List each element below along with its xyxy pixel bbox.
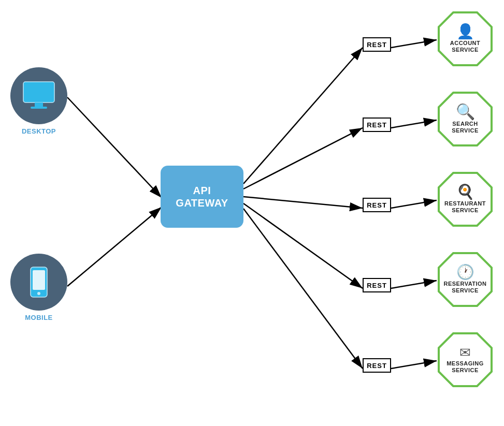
svg-line-1 [67, 97, 162, 198]
rest-restaurant-label: REST [367, 201, 387, 209]
svg-line-3 [243, 48, 363, 184]
rest-restaurant: REST [363, 198, 391, 212]
desktop-label: DESKTOP [22, 127, 56, 135]
rest-account-label: REST [367, 41, 387, 49]
mobile-circle [10, 254, 67, 311]
reservation-service: 🕐 RESERVATIONSERVICE [437, 251, 494, 308]
rest-search: REST [363, 117, 391, 132]
search-service-label: SEARCHSERVICE [452, 121, 479, 134]
svg-rect-15 [35, 102, 43, 107]
restaurant-icon: 🍳 [456, 185, 474, 199]
desktop-icon [21, 81, 56, 111]
architecture-diagram: DESKTOP MOBILE APIGATEWAY REST REST REST… [0, 0, 504, 426]
svg-rect-19 [33, 270, 45, 290]
desktop-circle [10, 67, 67, 124]
mobile-icon [30, 266, 48, 298]
messaging-service-label: MESSAGINGSERVICE [447, 360, 484, 374]
svg-line-9 [391, 120, 437, 128]
svg-line-7 [243, 209, 363, 369]
svg-rect-13 [23, 82, 54, 102]
svg-point-20 [37, 292, 40, 295]
api-gateway: APIGATEWAY [161, 166, 243, 228]
account-icon: 👤 [456, 24, 474, 39]
messaging-service: ✉ MESSAGINGSERVICE [437, 331, 494, 388]
mobile-client: MOBILE [10, 254, 67, 321]
account-service: 👤 ACCOUNTSERVICE [437, 10, 494, 67]
rest-account: REST [363, 37, 391, 52]
mobile-label: MOBILE [25, 314, 53, 321]
rest-search-label: REST [367, 121, 387, 129]
search-icon: 🔍 [456, 104, 475, 120]
envelope-icon: ✉ [459, 346, 471, 359]
rest-messaging-label: REST [367, 362, 387, 370]
svg-line-5 [243, 197, 363, 208]
svg-line-11 [391, 281, 437, 288]
svg-rect-16 [31, 107, 47, 109]
rest-messaging: REST [363, 358, 391, 373]
gateway-label: APIGATEWAY [176, 184, 228, 209]
search-service: 🔍 SEARCHSERVICE [437, 91, 494, 148]
restaurant-service: 🍳 RESTAURANTSERVICE [437, 171, 494, 228]
svg-line-8 [391, 40, 437, 48]
account-service-label: ACCOUNTSERVICE [450, 40, 481, 53]
rest-reservation-label: REST [367, 282, 387, 289]
svg-line-10 [391, 200, 437, 208]
clock-icon: 🕐 [456, 265, 474, 280]
rest-reservation: REST [363, 278, 391, 292]
svg-line-2 [67, 207, 162, 286]
svg-line-6 [243, 203, 363, 288]
svg-line-12 [391, 361, 437, 369]
desktop-client: DESKTOP [10, 67, 67, 135]
connection-lines [0, 0, 504, 426]
svg-line-4 [243, 128, 363, 189]
reservation-service-label: RESERVATIONSERVICE [443, 281, 486, 294]
restaurant-service-label: RESTAURANTSERVICE [444, 200, 486, 214]
